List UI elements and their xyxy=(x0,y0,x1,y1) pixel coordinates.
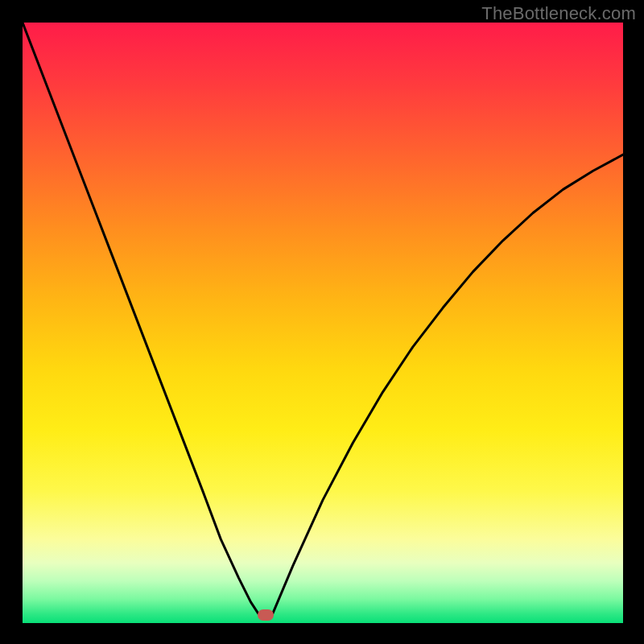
watermark-text: TheBottleneck.com xyxy=(481,3,636,24)
chart-frame: TheBottleneck.com xyxy=(0,0,644,644)
bottleneck-curve xyxy=(23,23,623,623)
optimal-marker xyxy=(258,609,274,621)
plot-area xyxy=(23,23,623,623)
